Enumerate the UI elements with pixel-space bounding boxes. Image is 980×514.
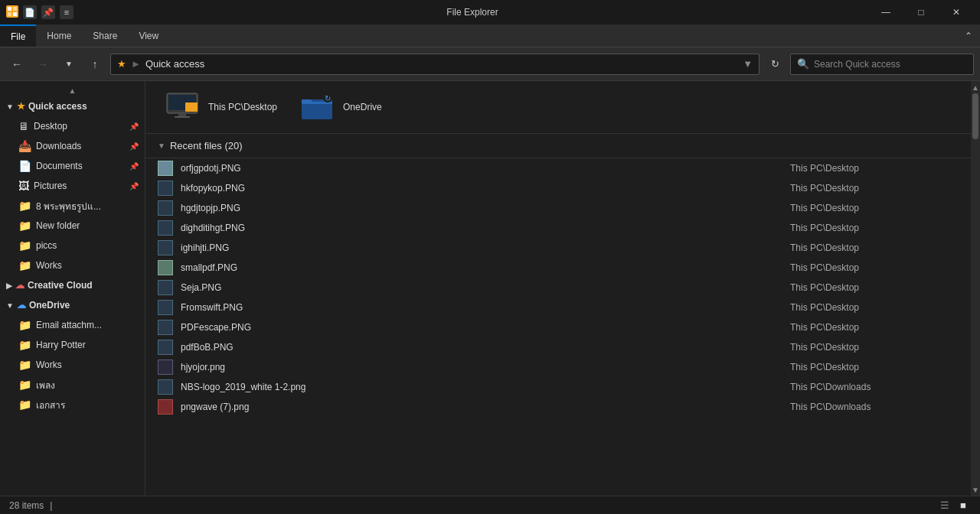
- sidebar-item-docs[interactable]: 📁 เอกสาร: [0, 395, 145, 415]
- sidebar-item-new-folder[interactable]: 📁 New folder: [0, 216, 145, 236]
- sidebar-item-label: 8 พระพุทธรูปแ...: [36, 199, 139, 213]
- table-row[interactable]: Seja.PNG This PC\Desktop: [145, 278, 971, 298]
- scroll-up-arrow[interactable]: ▲: [971, 81, 980, 93]
- sidebar-item-label: Harry Potter: [36, 340, 139, 350]
- table-row[interactable]: Fromswift.PNG This PC\Desktop: [145, 298, 971, 317]
- tab-view[interactable]: View: [128, 24, 169, 47]
- address-row: ← → ▼ ↑ ★ ► Quick access ▼ ↻ 🔍 Search Qu…: [0, 47, 980, 81]
- table-row[interactable]: hgdjtopjp.PNG This PC\Desktop: [145, 198, 971, 218]
- svg-rect-0: [8, 7, 11, 11]
- file-name: pngwave (7).png: [181, 402, 782, 412]
- tiles-view-icon[interactable]: ■: [956, 498, 971, 513]
- window-title: File Explorer: [81, 7, 864, 18]
- favorite-icon: ★: [117, 58, 126, 70]
- file-location: This PC\Desktop: [790, 302, 959, 313]
- sidebar-section-onedrive[interactable]: ▼ ☁ OneDrive: [0, 295, 145, 315]
- table-row[interactable]: pngwave (7).png This PC\Downloads: [145, 397, 971, 417]
- table-row[interactable]: NBS-logo_2019_white 1-2.png This PC\Down…: [145, 377, 971, 397]
- file-name: hkfopykop.PNG: [181, 183, 782, 194]
- file-name: dighditihgt.PNG: [181, 223, 782, 233]
- sidebar-section-quick-access[interactable]: ▼ ★ Quick access: [0, 96, 145, 116]
- search-box[interactable]: 🔍 Search Quick access: [790, 54, 974, 75]
- scroll-down-arrow[interactable]: ▼: [971, 483, 980, 496]
- folder-icon: 📁: [18, 359, 31, 371]
- table-row[interactable]: hkfopykop.PNG This PC\Desktop: [145, 178, 971, 198]
- address-separator: ►: [131, 58, 141, 70]
- sidebar-item-label: เอกสาร: [36, 398, 139, 412]
- chevron-right-icon: ▶: [6, 281, 12, 290]
- file-name: smallpdf.PNG: [181, 262, 782, 273]
- file-thumbnail: [158, 320, 173, 335]
- title-bar: 📄 📌 ≡ File Explorer — □ ✕: [0, 0, 980, 24]
- file-location: This PC\Desktop: [790, 282, 959, 293]
- tab-file[interactable]: File: [0, 24, 36, 47]
- table-row[interactable]: PDFescape.PNG This PC\Desktop: [145, 317, 971, 337]
- sidebar-item-works2[interactable]: 📁 Works: [0, 355, 145, 375]
- back-button[interactable]: ←: [6, 54, 28, 75]
- sidebar-item-desktop[interactable]: 🖥 Desktop 📌: [0, 116, 145, 136]
- address-bar[interactable]: ★ ► Quick access ▼: [110, 54, 760, 75]
- star-icon: ★: [17, 101, 25, 112]
- chevron-down-icon: ▼: [6, 301, 14, 310]
- sidebar-item-label: New folder: [36, 220, 139, 231]
- file-name: Seja.PNG: [181, 282, 782, 293]
- tab-share[interactable]: Share: [82, 24, 128, 47]
- chevron-down-icon: ▼: [6, 102, 14, 111]
- file-thumbnail: [158, 399, 173, 415]
- file-name: ighihjti.PNG: [181, 242, 782, 253]
- maximize-button[interactable]: □: [903, 0, 939, 24]
- recent-locations-button[interactable]: ▼: [58, 54, 80, 75]
- close-button[interactable]: ✕: [939, 0, 974, 24]
- pictures-icon: 🖼: [18, 180, 29, 192]
- details-view-icon[interactable]: ☰: [937, 498, 952, 513]
- folder-icon: 📁: [18, 339, 31, 351]
- address-dropdown-icon[interactable]: ▼: [743, 58, 753, 70]
- table-row[interactable]: ighihjti.PNG This PC\Desktop: [145, 238, 971, 258]
- table-row[interactable]: dighditihgt.PNG This PC\Desktop: [145, 218, 971, 238]
- pinned-desktop[interactable]: This PC\Desktop: [158, 87, 283, 127]
- table-row[interactable]: hjyojor.png This PC\Desktop: [145, 357, 971, 377]
- folder-icon: 📁: [18, 259, 31, 272]
- collapse-recent-button[interactable]: ▼: [158, 142, 165, 150]
- table-row[interactable]: smallpdf.PNG This PC\Desktop: [145, 258, 971, 278]
- onedrive-label: OneDrive: [343, 102, 382, 112]
- sidebar-item-downloads[interactable]: 📥 Downloads 📌: [0, 136, 145, 156]
- refresh-button[interactable]: ↻: [764, 54, 786, 75]
- desktop-icon: 🖥: [18, 120, 29, 132]
- sidebar-scroll-up[interactable]: ▲: [0, 84, 145, 96]
- recent-files-title: Recent files (20): [170, 140, 243, 151]
- right-scrollbar[interactable]: ▲ ▼: [971, 81, 980, 496]
- pinned-onedrive[interactable]: ↻ OneDrive: [292, 87, 415, 127]
- quick-pin-icon[interactable]: 📌: [41, 5, 55, 19]
- sidebar-item-piccs[interactable]: 📁 piccs: [0, 236, 145, 255]
- tab-home[interactable]: Home: [36, 24, 82, 47]
- file-name: Fromswift.PNG: [181, 302, 782, 313]
- scroll-track[interactable]: [971, 93, 980, 483]
- search-placeholder: Search Quick access: [814, 59, 900, 70]
- sidebar-item-playlist[interactable]: 📁 เพลง: [0, 375, 145, 395]
- sidebar-item-harry-potter[interactable]: 📁 Harry Potter: [0, 335, 145, 355]
- file-location: This PC\Desktop: [790, 163, 959, 174]
- sidebar-item-documents[interactable]: 📄 Documents 📌: [0, 156, 145, 176]
- quick-prop-icon[interactable]: ≡: [60, 5, 74, 19]
- table-row[interactable]: pdfBoB.PNG This PC\Desktop: [145, 337, 971, 357]
- ribbon-expand-button[interactable]: ⌃: [957, 24, 980, 47]
- item-count: 28 items: [9, 500, 44, 511]
- quick-new-icon[interactable]: 📄: [23, 5, 37, 19]
- file-name: hjyojor.png: [181, 362, 782, 372]
- ribbon: File Home Share View ⌃: [0, 24, 980, 47]
- scroll-thumb[interactable]: [972, 93, 978, 139]
- sidebar-item-pictures[interactable]: 🖼 Pictures 📌: [0, 176, 145, 196]
- up-button[interactable]: ↑: [84, 54, 106, 75]
- file-thumbnail: [158, 280, 173, 295]
- sidebar-section-creative-cloud[interactable]: ▶ ☁ Creative Cloud: [0, 275, 145, 295]
- forward-button[interactable]: →: [32, 54, 54, 75]
- status-separator: |: [50, 500, 52, 511]
- sidebar-item-email-attachm[interactable]: 📁 Email attachm...: [0, 315, 145, 335]
- minimize-button[interactable]: —: [868, 0, 903, 24]
- table-row[interactable]: orfjgpdotj.PNG This PC\Desktop: [145, 158, 971, 178]
- sidebar-item-works[interactable]: 📁 Works: [0, 255, 145, 275]
- desktop-folder-icon: [164, 92, 201, 122]
- file-location: This PC\Desktop: [790, 362, 959, 372]
- sidebar-item-8phra[interactable]: 📁 8 พระพุทธรูปแ...: [0, 196, 145, 216]
